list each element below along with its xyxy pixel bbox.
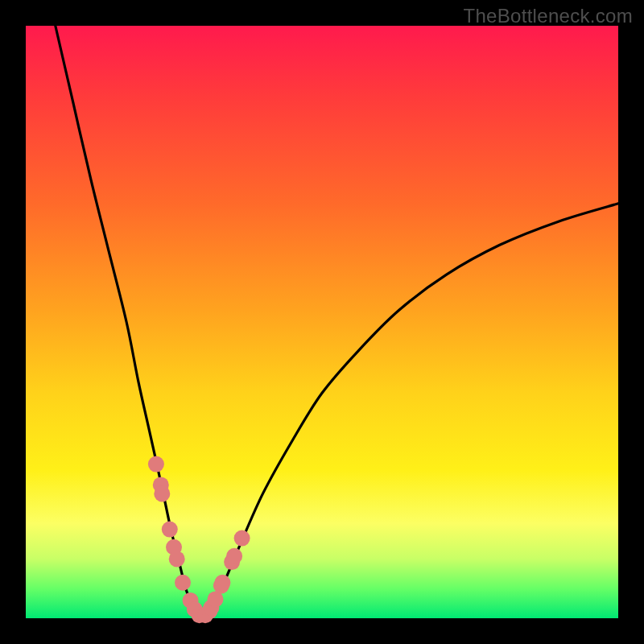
data-marker [154, 485, 170, 502]
plot-area [26, 26, 618, 618]
curve-right-branch [202, 204, 618, 617]
data-marker [148, 456, 164, 473]
data-marker [226, 548, 242, 564]
data-marker [169, 551, 185, 567]
curve-left-branch [56, 26, 202, 617]
data-marker [234, 530, 250, 547]
data-markers [148, 456, 250, 624]
chart-frame: TheBottleneck.com [0, 0, 644, 644]
data-marker [214, 575, 230, 591]
watermark-text: TheBottleneck.com [463, 5, 633, 27]
data-marker [162, 522, 178, 538]
chart-svg [26, 26, 618, 618]
data-marker [175, 575, 191, 591]
